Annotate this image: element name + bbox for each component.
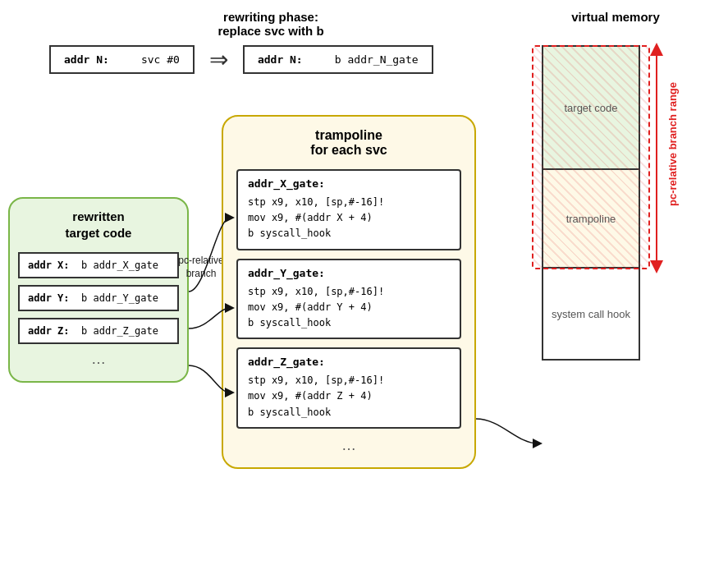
list-item: addr Z: b addr_Z_gate [18,318,179,344]
after-label: addr N: [258,53,303,66]
transform-arrow: ⇒ [209,48,228,71]
vm-target-code: target code [543,47,639,170]
before-label: addr N: [64,53,109,66]
pc-range-label: pc-relative branch range [666,82,679,206]
list-item: addr Y: b addr_Y_gate [18,285,179,311]
rewritten-box-title: rewrittentarget code [18,209,179,241]
gate-z-section: addr_Z_gate: stp x9, x10, [sp,#-16]! mov… [236,347,461,429]
vm-syscall-hook: system call hook [543,269,639,359]
trampoline-box: trampolinefor each svc addr_X_gate: stp … [222,115,476,469]
list-item: addr X: b addr_X_gate [18,252,179,278]
after-instr: b addr_N_gate [335,53,419,66]
trampoline-dots: … [236,437,461,454]
virtual-memory-column: target code trampoline system call hook [542,45,640,361]
rewrite-example: addr N: svc #0 ⇒ addr N: b addr_N_gate [49,45,433,74]
vm-title-text: virtual memory [571,10,660,24]
before-instr: svc #0 [141,53,180,66]
vm-trampoline: trampoline [543,170,639,269]
gate-y-label: addr_Y_gate: [248,267,450,279]
title-line2: replace svc with b [217,24,323,38]
trampoline-title: trampolinefor each svc [236,128,461,158]
title-line1: rewriting phase: [223,10,318,24]
gate-x-code: stp x9, x10, [sp,#-16]! mov x9, #(addr X… [248,195,450,242]
gate-z-label: addr_Z_gate: [248,356,450,368]
virtual-memory-title: virtual memory [542,10,689,24]
rewritten-dots: … [18,351,179,368]
rewriting-phase-title: rewriting phase: replace svc with b [131,10,410,38]
gate-x-label: addr_X_gate: [248,177,450,190]
gate-y-section: addr_Y_gate: stp x9, x10, [sp,#-16]! mov… [236,259,461,340]
before-box: addr N: svc #0 [49,45,195,74]
gate-y-code: stp x9, x10, [sp,#-16]! mov x9, #(addr Y… [248,284,450,332]
gate-x-section: addr_X_gate: stp x9, x10, [sp,#-16]! mov… [236,169,461,250]
gate-z-code: stp x9, x10, [sp,#-16]! mov x9, #(addr Z… [248,373,450,420]
rewritten-target-code-box: rewrittentarget code addr X: b addr_X_ga… [8,197,189,383]
after-box: addr N: b addr_N_gate [243,45,433,74]
